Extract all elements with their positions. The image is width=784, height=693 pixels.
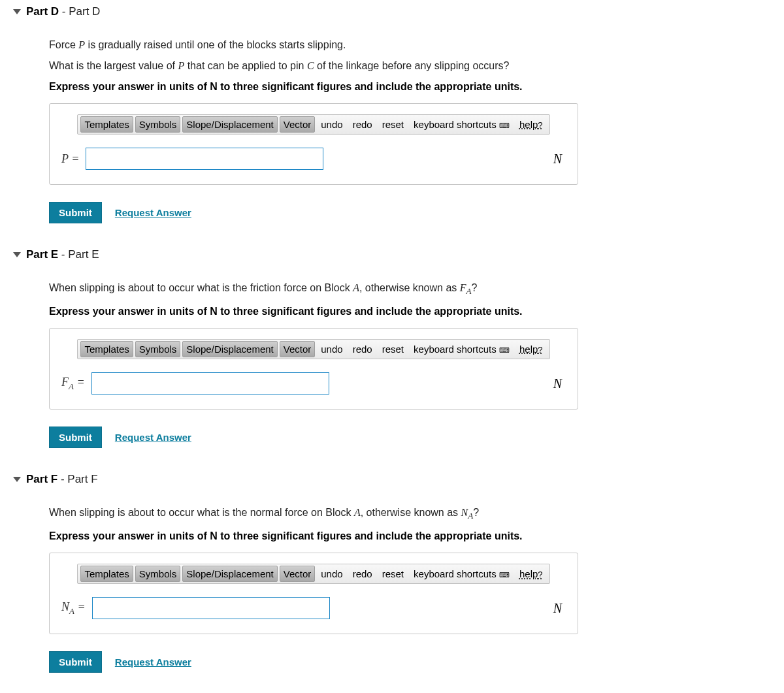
part-d-line2: What is the largest value of P that can … xyxy=(49,60,784,72)
submit-button[interactable]: Submit xyxy=(49,427,102,448)
symbols-button[interactable]: Symbols xyxy=(135,566,181,582)
reset-button[interactable]: reset xyxy=(378,117,408,132)
part-d-toolbar: Templates Symbols Slope/Displacement Vec… xyxy=(77,114,549,135)
help-icon: ? xyxy=(538,120,542,130)
part-f-header[interactable]: Part F - Part F xyxy=(13,468,784,489)
part-f-toolbar-wrap: Templates Symbols Slope/Displacement Vec… xyxy=(61,564,566,584)
part-e-lhs: FA = xyxy=(61,376,85,392)
part-e-body: When slipping is about to occur what is … xyxy=(13,264,784,468)
templates-button[interactable]: Templates xyxy=(80,341,133,357)
part-d-body: Force P is gradually raised until one of… xyxy=(13,21,784,243)
submit-button[interactable]: Submit xyxy=(49,202,102,223)
keyboard-icon: ⌨ xyxy=(499,346,510,354)
part-f-instruction: Express your answer in units of N to thr… xyxy=(49,530,784,542)
help-button[interactable]: help? xyxy=(515,342,547,357)
part-e-title-plain: - Part E xyxy=(58,248,99,261)
request-answer-link[interactable]: Request Answer xyxy=(115,432,191,443)
help-button[interactable]: help? xyxy=(515,566,547,581)
slope-displacement-button[interactable]: Slope/Displacement xyxy=(182,341,277,357)
vector-button[interactable]: Vector xyxy=(280,116,316,133)
part-e-value-input[interactable] xyxy=(91,372,329,395)
part-e-toolbar: Templates Symbols Slope/Displacement Vec… xyxy=(77,339,549,359)
part-d-header[interactable]: Part D - Part D xyxy=(13,0,784,21)
keyboard-shortcuts-button[interactable]: keyboard shortcuts ⌨ xyxy=(410,117,514,132)
part-d-actions: Submit Request Answer xyxy=(49,202,784,223)
caret-down-icon xyxy=(13,252,21,257)
keyboard-icon: ⌨ xyxy=(499,121,510,129)
part-f-body: When slipping is about to occur what is … xyxy=(13,489,784,692)
part-e-title: Part E - Part E xyxy=(26,248,99,261)
part-d-value-input[interactable] xyxy=(86,148,323,170)
caret-down-icon xyxy=(13,9,21,14)
part-d-title-bold: Part D xyxy=(26,5,59,18)
part-f-title-plain: - Part F xyxy=(57,473,97,485)
part-f-value-input[interactable] xyxy=(92,597,330,619)
reset-button[interactable]: reset xyxy=(378,566,408,581)
help-button[interactable]: help? xyxy=(515,117,547,132)
part-e-header[interactable]: Part E - Part E xyxy=(13,243,784,264)
part-d-unit: N xyxy=(553,152,566,167)
vector-button[interactable]: Vector xyxy=(280,566,316,582)
templates-button[interactable]: Templates xyxy=(80,116,133,133)
undo-button[interactable]: undo xyxy=(317,566,346,581)
part-f-lhs: NA = xyxy=(61,600,86,617)
part-f-question: When slipping is about to occur what is … xyxy=(49,507,784,521)
request-answer-link[interactable]: Request Answer xyxy=(115,207,191,218)
part-e-title-bold: Part E xyxy=(26,248,58,261)
part-d-title: Part D - Part D xyxy=(26,5,100,18)
part-d-title-plain: - Part D xyxy=(59,5,100,18)
part-d-line1: Force P is gradually raised until one of… xyxy=(49,39,784,51)
part-f-toolbar: Templates Symbols Slope/Displacement Vec… xyxy=(77,564,549,584)
request-answer-link[interactable]: Request Answer xyxy=(115,656,191,668)
part-d-toolbar-wrap: Templates Symbols Slope/Displacement Vec… xyxy=(61,114,566,135)
part-e-unit: N xyxy=(553,376,566,391)
symbols-button[interactable]: Symbols xyxy=(135,341,181,357)
part-e-instruction: Express your answer in units of N to thr… xyxy=(49,306,784,317)
redo-button[interactable]: redo xyxy=(349,566,376,581)
part-d-answer-box: Templates Symbols Slope/Displacement Vec… xyxy=(49,103,578,185)
part-f-unit: N xyxy=(553,601,566,616)
part-e-question: When slipping is about to occur what is … xyxy=(49,282,784,297)
keyboard-shortcuts-button[interactable]: keyboard shortcuts ⌨ xyxy=(410,566,514,581)
part-f-title-bold: Part F xyxy=(26,473,57,485)
part-d-lhs: P = xyxy=(61,152,79,166)
page: Part D - Part D Force P is gradually rai… xyxy=(0,0,784,692)
part-f-answer-box: Templates Symbols Slope/Displacement Vec… xyxy=(49,553,578,634)
keyboard-shortcuts-button[interactable]: keyboard shortcuts ⌨ xyxy=(410,342,514,357)
reset-button[interactable]: reset xyxy=(378,342,408,357)
part-d-input-row: P = N xyxy=(61,148,566,170)
part-e-toolbar-wrap: Templates Symbols Slope/Displacement Vec… xyxy=(61,339,566,359)
keyboard-icon: ⌨ xyxy=(499,571,510,579)
undo-button[interactable]: undo xyxy=(317,342,346,357)
templates-button[interactable]: Templates xyxy=(80,566,133,582)
part-f-actions: Submit Request Answer xyxy=(49,651,784,673)
part-e-input-row: FA = N xyxy=(61,372,566,395)
submit-button[interactable]: Submit xyxy=(49,651,102,673)
caret-down-icon xyxy=(13,477,21,482)
redo-button[interactable]: redo xyxy=(349,342,376,357)
slope-displacement-button[interactable]: Slope/Displacement xyxy=(182,116,277,133)
part-e-actions: Submit Request Answer xyxy=(49,427,784,448)
help-icon: ? xyxy=(538,345,542,355)
part-f-input-row: NA = N xyxy=(61,597,566,619)
part-d-instruction: Express your answer in units of N to thr… xyxy=(49,81,784,93)
symbols-button[interactable]: Symbols xyxy=(135,116,181,133)
undo-button[interactable]: undo xyxy=(317,117,346,132)
help-icon: ? xyxy=(538,570,542,579)
vector-button[interactable]: Vector xyxy=(280,341,316,357)
slope-displacement-button[interactable]: Slope/Displacement xyxy=(182,566,277,582)
part-e-answer-box: Templates Symbols Slope/Displacement Vec… xyxy=(49,328,578,410)
redo-button[interactable]: redo xyxy=(349,117,376,132)
part-f-title: Part F - Part F xyxy=(26,473,98,486)
